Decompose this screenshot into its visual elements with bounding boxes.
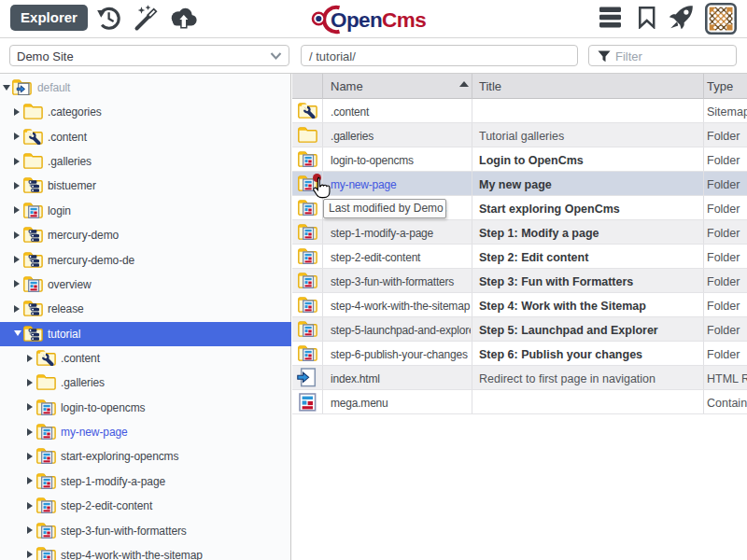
svg-text:OpenCms: OpenCms [331,8,426,32]
